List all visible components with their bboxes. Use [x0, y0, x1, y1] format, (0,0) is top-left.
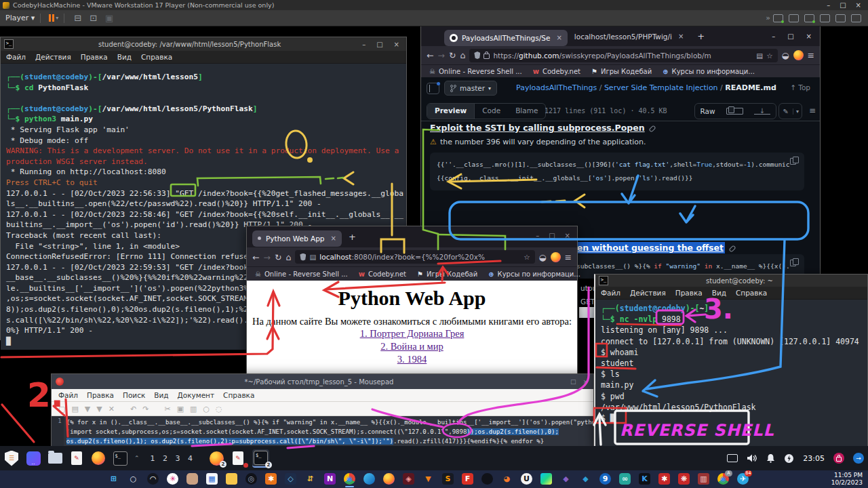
maximize-button[interactable]: □ — [570, 378, 576, 385]
terminal-launcher-icon[interactable]: $_ — [113, 451, 127, 466]
branch-selector[interactable]: master▾ — [444, 81, 497, 96]
menu-item[interactable]: Файл — [6, 53, 26, 61]
devices-expander[interactable]: » — [766, 14, 770, 22]
menu-item[interactable]: Справка — [141, 53, 172, 61]
sound-device-icon[interactable] — [835, 14, 846, 22]
start-icon[interactable]: ⊞ — [107, 472, 120, 485]
bookmark-item[interactable]: ⊕Курсы по информаци... — [488, 270, 580, 278]
dock-expand-chevron[interactable]: ⌃ — [134, 455, 140, 462]
toolbar-icon[interactable]: ↶ — [130, 405, 136, 413]
download-icon[interactable]: ↓ — [754, 108, 770, 115]
close-button[interactable]: × — [583, 378, 588, 385]
calendar-icon[interactable]: ▦ — [205, 472, 218, 485]
close-tab-icon[interactable]: × — [330, 235, 336, 242]
close-button[interactable]: × — [565, 232, 570, 239]
cd-device-icon[interactable] — [789, 14, 799, 22]
copy-icon[interactable] — [726, 108, 743, 115]
maximize-button[interactable]: □ — [549, 232, 555, 239]
menu-item[interactable]: Справка — [223, 391, 254, 399]
files-app-icon[interactable]: ‥ — [26, 451, 41, 466]
edit-pencil-icon[interactable]: ✎ — [779, 108, 793, 115]
menu-item[interactable]: Файл — [58, 391, 78, 399]
taskbar-clock[interactable]: 11:05 PM 10/2/2023 — [831, 472, 863, 487]
hdd-device-icon[interactable] — [773, 14, 783, 22]
url-bar[interactable]: https://github.com/swisskyrepo/PayloadsA… — [469, 49, 777, 62]
forward-icon[interactable]: → — [437, 50, 444, 60]
planetside-icon[interactable]: 9 — [599, 472, 612, 485]
forward-icon[interactable]: → — [263, 252, 270, 262]
tab-blame[interactable]: Blame — [508, 104, 545, 119]
link-text[interactable]: 1. Портрет Дориана Грея — [360, 328, 465, 339]
red-gear-icon[interactable]: ✱ — [658, 472, 671, 485]
visual-studio-icon[interactable]: ◆ — [559, 472, 572, 485]
onenote-icon[interactable]: N — [323, 472, 336, 485]
copy-icon[interactable] — [790, 260, 796, 266]
menu-item[interactable]: Поиск — [123, 391, 145, 399]
dark-circle-icon[interactable] — [481, 472, 494, 485]
menu-item[interactable]: Правка — [87, 391, 114, 399]
close-button[interactable]: × — [806, 33, 812, 40]
close-button[interactable]: × — [394, 41, 399, 48]
minimize-button[interactable]: – — [827, 1, 830, 9]
menu-item[interactable]: Вид — [154, 391, 168, 399]
copy-icon[interactable] — [790, 158, 796, 165]
menu-item[interactable]: Вид — [117, 53, 132, 61]
toolbar-icon[interactable]: ✂ — [164, 405, 170, 413]
ublock-icon[interactable]: ◒ — [539, 252, 547, 262]
link-text[interactable]: 2. Война и мир — [380, 341, 443, 352]
minimize-button[interactable]: – — [362, 41, 366, 48]
f-app-icon[interactable]: F — [461, 472, 474, 485]
settings-orange-icon[interactable]: ✱ — [264, 472, 277, 485]
menu-icon[interactable]: ≡ — [808, 50, 814, 60]
back-icon[interactable]: ← — [427, 50, 433, 60]
blender-icon[interactable]: ◕ — [500, 472, 513, 485]
edge-icon[interactable] — [363, 472, 376, 485]
boot-arrow-icon[interactable]: → — [853, 453, 864, 464]
menu-icon[interactable]: ≡ — [565, 252, 572, 262]
book-link[interactable]: 2. Война и мир — [247, 340, 577, 353]
maximize-button[interactable]: □ — [840, 1, 846, 9]
toolbar-icon[interactable]: ▣ — [177, 405, 184, 413]
network-device-icon[interactable] — [804, 14, 814, 22]
terminal-output[interactable]: ┌──(student@codeby)-[~]└─$ nc -nvlp 9898… — [595, 300, 867, 452]
chrome-icon[interactable]: ◉ — [343, 472, 356, 485]
dark-app-icon[interactable]: ◎ — [245, 472, 258, 485]
ctrl-alt-del-icon[interactable]: ⊟ — [74, 13, 81, 23]
settings-device-icon[interactable] — [851, 14, 861, 22]
new-tab-button[interactable]: + — [349, 232, 356, 242]
toolbar-icon[interactable]: ✕ — [108, 405, 115, 413]
tracking-shield-icon[interactable] — [474, 52, 480, 59]
display-icon[interactable] — [727, 454, 738, 462]
kali-menu-icon[interactable]: ☰ — [4, 451, 19, 466]
menu-item[interactable]: Файл — [601, 289, 620, 297]
menu-item[interactable]: Вид — [712, 289, 726, 297]
vscode-icon[interactable]: ◆ — [579, 472, 592, 485]
new-tab-button[interactable]: + — [697, 31, 705, 41]
menu-item[interactable]: Правка — [675, 289, 703, 297]
text-editor-icon[interactable]: ✎ — [69, 451, 84, 466]
avatar-icon[interactable] — [186, 472, 199, 485]
tab-payloadsallthethings[interactable]: PayloadsAllTheThings/Se× — [444, 30, 568, 46]
toolbar-icon[interactable]: ○ — [203, 405, 210, 413]
menu-item[interactable]: Документ — [178, 391, 215, 399]
tab-preview[interactable]: Preview — [427, 104, 475, 119]
tab-localhost-phptwig[interactable]: localhost/lesson5/PHPTwig/i× — [568, 33, 691, 41]
reload-icon[interactable]: ↻ — [449, 50, 456, 60]
back-to-top-link[interactable]: ↑ Top — [790, 83, 810, 92]
bookmark-item[interactable]: wCodeby.net — [533, 68, 580, 75]
editor-running-icon[interactable]: ✎ — [231, 451, 245, 466]
kali-icon[interactable]: K — [638, 472, 651, 485]
firefox-icon[interactable] — [382, 472, 395, 485]
minimize-button[interactable]: – — [536, 232, 539, 239]
toolbar-icon[interactable]: ▢ — [58, 405, 65, 413]
home-icon[interactable]: ⌂ — [285, 252, 291, 262]
toolbar-icon[interactable]: ▥ — [190, 405, 197, 413]
firefox-launcher-icon[interactable] — [91, 451, 106, 466]
player-menu[interactable]: Player ▾ — [5, 14, 35, 22]
pycharm-icon[interactable] — [540, 472, 553, 485]
terminal-running-icon[interactable]: $_2 — [252, 449, 269, 468]
slack-icon[interactable]: ✳ — [166, 472, 179, 485]
carrot-icon[interactable]: ▼ — [422, 472, 435, 485]
menu-item[interactable]: Действия — [630, 289, 666, 297]
power-icon[interactable] — [784, 453, 794, 464]
